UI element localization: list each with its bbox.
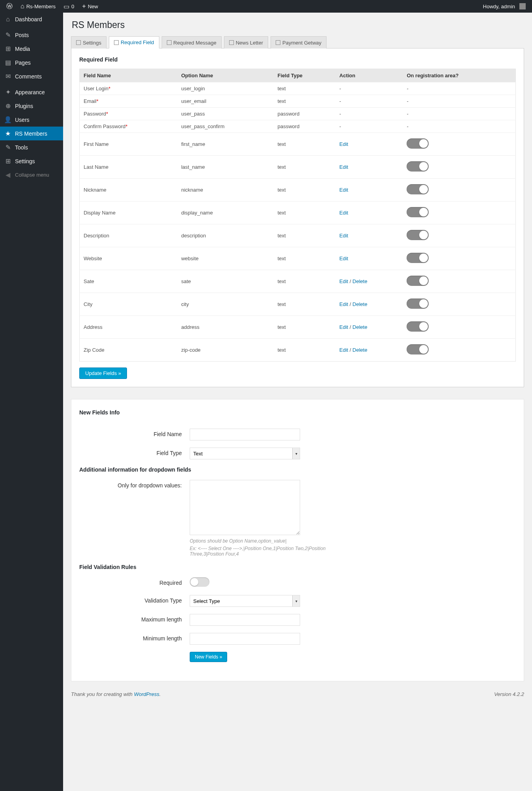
registration-toggle[interactable] [407,253,429,263]
additional-info-heading: Additional information for dropdown fiel… [79,466,516,473]
table-row: Display Namedisplay_nametextEdit [80,201,516,224]
collapse-label: Collapse menu [15,172,49,178]
footer-thanks: Thank you for creating with [71,691,134,697]
registration-toggle[interactable] [407,321,429,332]
main-content: RS Members SettingsRequired FieldRequire… [63,13,532,791]
dropdown-values-textarea[interactable] [190,480,300,535]
tab-settings[interactable]: Settings [71,36,106,49]
sidebar-item-label: Dashboard [15,16,42,22]
sidebar-item-tools[interactable]: ✎Tools [0,140,63,154]
min-length-input[interactable] [190,633,300,645]
cell-field-name: Address [80,316,177,339]
action-delete[interactable]: Delete [353,278,368,284]
cell-field-name: Email* [80,95,177,108]
sidebar-item-posts[interactable]: ✎Posts [0,28,63,42]
page-title: RS Members [72,20,524,30]
table-row: Confirm Password*user_pass_confirmpasswo… [80,120,516,133]
posts-icon: ✎ [4,31,12,39]
cell-field-type: text [274,293,336,316]
sidebar-item-rs-members[interactable]: ★RS Members [0,127,63,140]
action-edit[interactable]: Edit [340,301,348,307]
action-edit[interactable]: Edit [340,233,348,239]
sidebar-item-plugins[interactable]: ⊕Plugins [0,99,63,113]
registration-toggle[interactable] [407,138,429,149]
footer-version: Version 4.2.2 [494,691,524,697]
sidebar-item-appearance[interactable]: ✦Appearance [0,85,63,99]
sidebar-item-comments[interactable]: ✉Comments [0,69,63,83]
tab-news-letter[interactable]: News Letter [224,36,268,49]
required-toggle[interactable] [190,577,209,587]
cell-option-name: last_name [177,156,273,179]
registration-toggle[interactable] [407,161,429,172]
sidebar-item-label: RS Members [15,131,47,137]
cell-option-name: user_login [177,82,273,95]
field-type-select[interactable]: Text [190,448,300,459]
table-row: First Namefirst_nametextEdit [80,133,516,156]
action-edit[interactable]: Edit [340,187,348,193]
action-edit[interactable]: Edit [340,256,348,261]
action-edit[interactable]: Edit [340,210,348,216]
action-delete[interactable]: Delete [353,347,368,353]
action-edit[interactable]: Edit [340,324,348,330]
registration-toggle[interactable] [407,230,429,240]
cell-field-type: text [274,224,336,247]
wordpress-link[interactable]: WordPress [134,691,159,697]
wp-logo-link[interactable]: ⓦ [3,0,16,13]
sidebar-item-settings[interactable]: ⊞Settings [0,154,63,168]
action-edit[interactable]: Edit [340,347,348,353]
action-edit[interactable]: Edit [340,164,348,170]
cell-action: Edit [336,156,403,179]
tab-required-message[interactable]: Required Message [162,36,222,49]
table-row: Password*user_passpassword-- [80,108,516,120]
sidebar-item-label: Comments [15,73,42,80]
field-name-input[interactable] [190,429,300,440]
cell-registration: - [403,120,515,133]
action-delete[interactable]: Delete [353,301,368,307]
tab-payment-getway[interactable]: Payment Getway [271,36,327,49]
cell-field-name: Zip Code [80,339,177,362]
cell-field-name: Description [80,224,177,247]
max-length-input[interactable] [190,614,300,626]
column-header: Option Name [177,69,273,82]
tab-label: Required Field [121,39,154,45]
collapse-menu[interactable]: ◀Collapse menu [0,168,63,182]
cell-field-name: City [80,293,177,316]
panel-heading: Required Field [79,56,516,63]
cell-registration [403,316,515,339]
tab-required-field[interactable]: Required Field [109,36,159,49]
cell-action: Edit [336,133,403,156]
sidebar-item-users[interactable]: 👤Users [0,113,63,127]
registration-toggle[interactable] [407,344,429,354]
sidebar-item-pages[interactable]: ▤Pages [0,56,63,69]
cell-registration [403,270,515,293]
action-delete[interactable]: Delete [353,324,368,330]
validation-type-select[interactable]: Select Type [190,595,300,607]
registration-toggle[interactable] [407,276,429,286]
wordpress-icon: ⓦ [6,2,13,11]
action-edit[interactable]: Edit [340,141,348,147]
tabs: SettingsRequired FieldRequired MessageNe… [71,36,524,49]
action-edit[interactable]: Edit [340,278,348,284]
sidebar-item-media[interactable]: ⊞Media [0,42,63,56]
update-fields-button[interactable]: Update Fields » [79,368,127,379]
pages-icon: ▤ [4,59,12,66]
howdy-link[interactable]: Howdy, admin [480,0,529,13]
footer: Thank you for creating with WordPress. V… [71,681,524,697]
sidebar-item-dashboard[interactable]: ⌂Dashboard [0,13,63,26]
cell-action: Edit / Delete [336,316,403,339]
registration-toggle[interactable] [407,184,429,194]
new-fields-button[interactable]: New Fields » [190,652,227,662]
cell-field-type: text [274,156,336,179]
dropdown-hint-2: Ex: <---- Select One ---->,|Position One… [190,546,340,557]
registration-toggle[interactable] [407,298,429,309]
registration-toggle[interactable] [407,207,429,217]
sidebar-item-label: Tools [15,144,28,151]
column-header: Action [336,69,403,82]
site-name-link[interactable]: ⌂Rs-Members [17,0,59,13]
comments-link[interactable]: ▭0 [60,0,77,13]
new-fields-panel: New Fields Info Field Name Field Type Te… [71,399,524,681]
tools-icon: ✎ [4,144,12,151]
new-link[interactable]: +New [79,0,101,13]
table-row: User Login*user_logintext-- [80,82,516,95]
cell-field-type: text [274,316,336,339]
